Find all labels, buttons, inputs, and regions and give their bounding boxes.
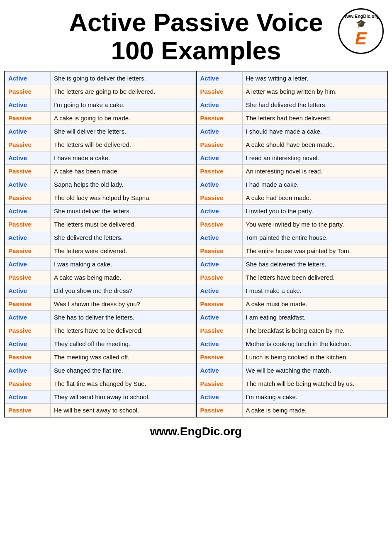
row-label: Passive [197, 112, 242, 125]
row-sentence: I was making a cake. [51, 258, 196, 271]
row-label: Active [197, 390, 242, 404]
row-sentence: The letters have to be delivered. [51, 324, 196, 337]
main-table-wrapper: Active She is going to deliver the lette… [4, 71, 388, 417]
row-label: Passive [197, 324, 242, 337]
row-sentence: Lunch is being cooked in the kitchen. [242, 351, 387, 364]
row-sentence: You were invited by me to the party. [242, 218, 387, 231]
row-label: Active [197, 98, 242, 112]
row-label: Passive [197, 351, 242, 364]
row-sentence: We will be watching the match. [242, 364, 387, 377]
row-sentence: Mother is cooking lunch in the kitchen. [242, 337, 387, 351]
row-label: Active [5, 258, 51, 271]
row-sentence: She will deliver the letters. [51, 125, 196, 138]
row-label: Passive [197, 85, 242, 98]
row-sentence: Was I shown the dress by you? [51, 298, 196, 311]
row-sentence: The breakfast is being eaten by me. [242, 324, 387, 337]
row-sentence: I'm making a cake. [242, 390, 387, 404]
row-label: Active [197, 72, 242, 85]
row-label: Active [197, 311, 242, 324]
row-label: Passive [197, 404, 242, 417]
row-label: Passive [197, 138, 242, 151]
row-sentence: I should have made a cake. [242, 125, 387, 138]
row-label: Active [5, 178, 51, 191]
row-sentence: The old lady was helped by Sapna. [51, 191, 196, 205]
row-sentence: The letters will be delivered. [51, 138, 196, 151]
row-sentence: He will be sent away to school. [51, 404, 196, 417]
row-label: Passive [5, 298, 51, 311]
row-sentence: I read an interesting novel. [242, 151, 387, 165]
row-sentence: Sapna helps the old lady. [51, 178, 196, 191]
row-sentence: She has delivered the letters. [242, 258, 387, 271]
engdic-logo: www.EngDic.org 🎓 E [338, 8, 384, 54]
row-sentence: I have made a cake. [51, 151, 196, 165]
row-sentence: A cake was being made. [51, 271, 196, 284]
row-sentence: Tom painted the entire house. [242, 231, 387, 244]
row-sentence: A cake must be made. [242, 298, 387, 311]
row-sentence: She has to deliver the letters. [51, 311, 196, 324]
row-label: Active [197, 364, 242, 377]
row-sentence: The letters must be delivered. [51, 218, 196, 231]
page-header: Active Passive Voice 100 Examples www.En… [4, 4, 388, 71]
right-column: Active He was writing a letter. Passive … [197, 71, 388, 417]
row-sentence: The meeting was called off. [51, 351, 196, 364]
row-label: Passive [5, 404, 51, 417]
row-label: Active [197, 258, 242, 271]
row-sentence: Sue changed the flat tire. [51, 364, 196, 377]
row-label: Passive [5, 191, 51, 205]
row-sentence: She must deliver the letters. [51, 205, 196, 218]
row-sentence: I am eating breakfast. [242, 311, 387, 324]
row-label: Active [5, 390, 51, 404]
row-label: Passive [197, 377, 242, 390]
row-label: Active [5, 72, 51, 85]
row-sentence: A letter was being written by him. [242, 85, 387, 98]
row-label: Passive [197, 191, 242, 205]
page-footer: www.EngDic.org [4, 417, 388, 442]
row-label: Active [197, 178, 242, 191]
row-label: Passive [197, 244, 242, 258]
row-label: Passive [5, 138, 51, 151]
row-sentence: A cake has been made. [51, 165, 196, 178]
left-column: Active She is going to deliver the lette… [5, 71, 197, 417]
row-sentence: The letters were delivered. [51, 244, 196, 258]
row-label: Passive [197, 271, 242, 284]
row-sentence: I invited you to the party. [242, 205, 387, 218]
row-label: Active [5, 284, 51, 298]
row-sentence: She is going to deliver the letters. [51, 72, 196, 85]
row-label: Active [5, 151, 51, 165]
row-sentence: An interesting novel is read. [242, 165, 387, 178]
row-label: Active [5, 125, 51, 138]
row-sentence: They called off the meeting. [51, 337, 196, 351]
row-sentence: The letters are going to be delivered. [51, 85, 196, 98]
row-label: Passive [5, 377, 51, 390]
row-label: Passive [5, 112, 51, 125]
row-sentence: The letters have been delivered. [242, 271, 387, 284]
page-title: Active Passive Voice 100 Examples [4, 8, 388, 65]
row-sentence: He was writing a letter. [242, 72, 387, 85]
row-label: Active [5, 205, 51, 218]
row-label: Passive [5, 244, 51, 258]
row-sentence: I'm going to make a cake. [51, 98, 196, 112]
row-label: Active [197, 125, 242, 138]
row-sentence: They will send him away to school. [51, 390, 196, 404]
row-label: Passive [5, 324, 51, 337]
row-label: Active [5, 311, 51, 324]
row-sentence: A cake had been made. [242, 191, 387, 205]
row-sentence: The flat tire was changed by Sue. [51, 377, 196, 390]
row-sentence: A cake is going to be made. [51, 112, 196, 125]
row-sentence: She delivered the letters. [51, 231, 196, 244]
row-sentence: The letters had been delivered. [242, 112, 387, 125]
row-label: Active [5, 98, 51, 112]
right-table: Active He was writing a letter. Passive … [197, 71, 388, 417]
row-label: Active [5, 231, 51, 244]
row-sentence: I had made a cake. [242, 178, 387, 191]
row-sentence: A cake is being made. [242, 404, 387, 417]
row-sentence: Did you show me the dress? [51, 284, 196, 298]
row-label: Active [197, 151, 242, 165]
row-label: Active [197, 284, 242, 298]
row-label: Active [197, 205, 242, 218]
row-label: Passive [5, 218, 51, 231]
row-sentence: A cake should have been made. [242, 138, 387, 151]
row-sentence: The match will be being watched by us. [242, 377, 387, 390]
row-label: Active [197, 337, 242, 351]
row-label: Passive [197, 218, 242, 231]
